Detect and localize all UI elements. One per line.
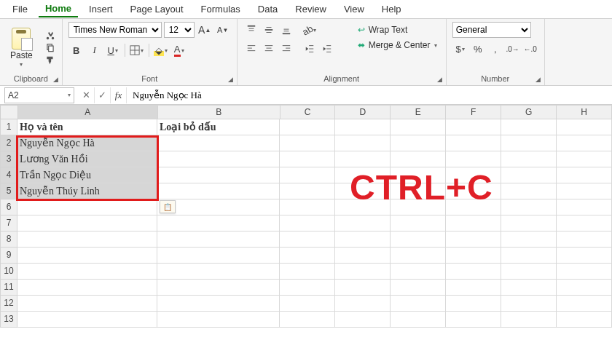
align-top-button[interactable] bbox=[243, 22, 259, 38]
increase-font-button[interactable]: A▲ bbox=[197, 22, 213, 38]
cell[interactable] bbox=[391, 264, 446, 280]
align-center-button[interactable] bbox=[261, 41, 277, 57]
row-header[interactable]: 7 bbox=[0, 215, 17, 232]
row-header[interactable]: 1 bbox=[0, 119, 17, 135]
cell[interactable] bbox=[280, 183, 335, 199]
cell[interactable] bbox=[157, 248, 280, 264]
format-painter-button[interactable] bbox=[44, 55, 56, 66]
cell-A3[interactable]: Lương Văn Hồi bbox=[17, 151, 157, 167]
enter-formula-button[interactable]: ✓ bbox=[95, 87, 111, 103]
cell[interactable] bbox=[157, 167, 280, 183]
cell[interactable] bbox=[280, 248, 335, 264]
cell-B1[interactable]: Loại bỏ dấu bbox=[157, 119, 280, 135]
align-bottom-button[interactable] bbox=[278, 22, 294, 38]
row-header[interactable]: 5 bbox=[0, 183, 17, 199]
underline-button[interactable]: U bbox=[105, 42, 121, 58]
paste-button[interactable]: Paste ▾ bbox=[6, 26, 37, 69]
font-color-button[interactable]: A bbox=[171, 42, 187, 58]
cell[interactable] bbox=[280, 312, 335, 328]
row-header[interactable]: 12 bbox=[0, 296, 17, 312]
wrap-text-button[interactable]: ↩ Wrap Text bbox=[354, 23, 442, 36]
cell[interactable] bbox=[335, 135, 391, 151]
cell[interactable] bbox=[17, 312, 157, 328]
cell[interactable] bbox=[280, 199, 335, 215]
cell[interactable] bbox=[501, 312, 557, 328]
cell[interactable] bbox=[335, 280, 391, 296]
row-header[interactable]: 4 bbox=[0, 167, 17, 183]
cell-A5[interactable]: Nguyễn Thúy Linh bbox=[17, 183, 157, 199]
cell[interactable] bbox=[280, 119, 335, 135]
cell[interactable] bbox=[335, 248, 391, 264]
cell-A1[interactable]: Họ và tên bbox=[17, 119, 157, 135]
fill-color-button[interactable]: ⬙ bbox=[153, 42, 169, 58]
row-header[interactable]: 6 bbox=[0, 199, 17, 215]
cell[interactable] bbox=[557, 264, 612, 280]
cell[interactable] bbox=[335, 151, 391, 167]
cell[interactable] bbox=[501, 135, 557, 151]
cell[interactable] bbox=[557, 167, 612, 183]
cell[interactable] bbox=[157, 312, 280, 328]
cell-A4[interactable]: Trần Ngọc Diệu bbox=[17, 167, 157, 183]
cell[interactable] bbox=[391, 151, 446, 167]
row-header[interactable]: 13 bbox=[0, 312, 17, 328]
cell[interactable] bbox=[446, 280, 501, 296]
row-header[interactable]: 2 bbox=[0, 135, 17, 151]
cell[interactable] bbox=[391, 296, 446, 312]
cell[interactable] bbox=[557, 199, 612, 215]
cell[interactable] bbox=[157, 232, 280, 248]
name-box[interactable]: A2 ▾ bbox=[4, 87, 74, 103]
tab-help[interactable]: Help bbox=[375, 1, 408, 17]
cell[interactable] bbox=[501, 151, 557, 167]
cell[interactable] bbox=[335, 119, 391, 135]
cell[interactable] bbox=[446, 215, 501, 232]
cell[interactable] bbox=[446, 135, 501, 151]
cell[interactable] bbox=[335, 232, 391, 248]
cell[interactable] bbox=[17, 215, 157, 232]
cell[interactable] bbox=[501, 199, 557, 215]
cell[interactable] bbox=[280, 151, 335, 167]
cell[interactable] bbox=[335, 264, 391, 280]
decrease-decimal-button[interactable]: ←.0 bbox=[522, 41, 538, 57]
cell[interactable] bbox=[280, 232, 335, 248]
cell[interactable] bbox=[280, 167, 335, 183]
paste-options-popup[interactable]: 📋 bbox=[160, 200, 176, 213]
tab-insert[interactable]: Insert bbox=[82, 1, 119, 17]
accounting-format-button[interactable]: $ bbox=[452, 41, 468, 57]
fx-button[interactable]: fx bbox=[111, 87, 127, 103]
cell[interactable] bbox=[501, 167, 557, 183]
cell[interactable] bbox=[446, 151, 501, 167]
tab-page-layout[interactable]: Page Layout bbox=[124, 1, 190, 17]
col-header-C[interactable]: C bbox=[280, 105, 336, 119]
col-header-E[interactable]: E bbox=[391, 105, 446, 119]
cell[interactable] bbox=[501, 296, 557, 312]
cell[interactable] bbox=[446, 248, 501, 264]
tab-data[interactable]: Data bbox=[251, 1, 284, 17]
row-header[interactable]: 3 bbox=[0, 151, 17, 167]
tab-file[interactable]: File bbox=[6, 1, 34, 17]
cell[interactable] bbox=[157, 183, 280, 199]
comma-format-button[interactable]: , bbox=[487, 41, 503, 57]
align-left-button[interactable] bbox=[243, 41, 259, 57]
cell[interactable] bbox=[391, 232, 446, 248]
cell[interactable] bbox=[557, 232, 612, 248]
cell[interactable] bbox=[501, 183, 557, 199]
font-name-select[interactable]: Times New Roman bbox=[68, 22, 162, 38]
cell[interactable] bbox=[391, 280, 446, 296]
number-dialog-launcher[interactable]: ◢ bbox=[534, 75, 543, 84]
cell[interactable] bbox=[446, 264, 501, 280]
cell[interactable] bbox=[157, 151, 280, 167]
borders-button[interactable] bbox=[129, 42, 145, 58]
cell[interactable] bbox=[157, 280, 280, 296]
cell[interactable] bbox=[280, 264, 335, 280]
cell[interactable] bbox=[335, 215, 391, 232]
cell[interactable] bbox=[557, 248, 612, 264]
cell[interactable] bbox=[391, 312, 446, 328]
cell[interactable] bbox=[446, 119, 501, 135]
cell[interactable] bbox=[280, 296, 335, 312]
tab-review[interactable]: Review bbox=[289, 1, 333, 17]
tab-home[interactable]: Home bbox=[39, 1, 78, 17]
clipboard-dialog-launcher[interactable]: ◢ bbox=[52, 75, 60, 84]
cell[interactable] bbox=[280, 215, 335, 232]
cell[interactable] bbox=[391, 119, 446, 135]
cell[interactable] bbox=[17, 280, 157, 296]
